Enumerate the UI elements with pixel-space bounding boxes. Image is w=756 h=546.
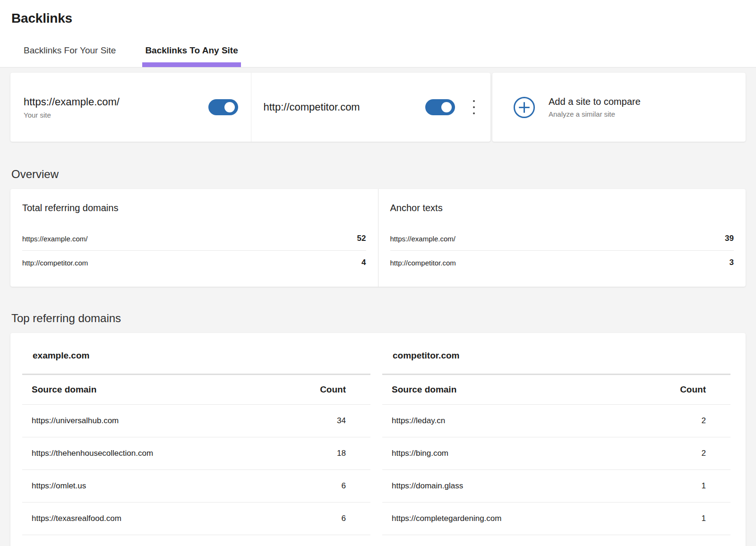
site-cards-group: https://example.com/ Your site http://co… — [10, 73, 490, 142]
sites-row: https://example.com/ Your site http://co… — [10, 73, 746, 142]
row-value: 3 — [730, 258, 734, 267]
panel-title: Total referring domains — [22, 202, 366, 213]
site-toggle[interactable] — [425, 99, 455, 115]
tab-label: Backlinks To Any Site — [145, 45, 238, 55]
site-card-competitor: http://competitor.com — [251, 73, 491, 142]
panel-anchor-texts: Anchor texts https://example.com/ 39 htt… — [378, 189, 746, 287]
source-domain: https://completegardening.com — [392, 514, 501, 523]
overview-row: http://competitor.com 4 — [22, 250, 366, 274]
overview-row: https://example.com/ 39 — [390, 227, 734, 250]
overview-card: Total referring domains https://example.… — [10, 189, 746, 287]
active-tab-underline — [142, 62, 241, 67]
table-row: https://completegardening.com 1 — [382, 503, 730, 535]
tab-bar: Backlinks For Your Site Backlinks To Any… — [11, 45, 756, 67]
source-domain: https://thehenhousecollection.com — [32, 449, 153, 458]
row-label: http://competitor.com — [390, 259, 456, 267]
row-value: 4 — [361, 258, 366, 267]
table-row: https://universalhub.com 34 — [22, 405, 370, 437]
count-value: 6 — [342, 514, 346, 523]
site-info: http://competitor.com — [264, 101, 426, 114]
table-title: example.com — [33, 350, 370, 361]
tab-label: Backlinks For Your Site — [24, 45, 116, 55]
table-example-com: example.com Source domain Count https://… — [22, 333, 370, 535]
overview-row: https://example.com/ 52 — [22, 227, 366, 250]
source-domain: https://universalhub.com — [32, 416, 119, 426]
row-label: https://example.com/ — [390, 235, 455, 243]
count-value: 2 — [702, 416, 706, 426]
column-count: Count — [680, 384, 706, 395]
overview-heading: Overview — [11, 167, 746, 181]
overview-row: http://competitor.com 3 — [390, 250, 734, 274]
site-card-your-site: https://example.com/ Your site — [10, 73, 251, 142]
add-site-text: Add a site to compare Analyze a similar … — [549, 96, 641, 119]
source-domain: https://texasrealfood.com — [32, 514, 121, 523]
count-value: 2 — [702, 449, 706, 458]
table-competitor-com: competitor.com Source domain Count https… — [382, 333, 730, 535]
count-value: 34 — [337, 416, 346, 426]
source-domain: https://bing.com — [392, 449, 448, 458]
tab-backlinks-to-any-site[interactable]: Backlinks To Any Site — [142, 45, 241, 67]
add-site-card[interactable]: Add a site to compare Analyze a similar … — [492, 73, 746, 142]
panel-title: Anchor texts — [390, 202, 734, 213]
table-header-row: Source domain Count — [382, 375, 730, 405]
page-header: Backlinks Backlinks For Your Site Backli… — [0, 0, 756, 68]
main-content: https://example.com/ Your site http://co… — [0, 68, 756, 546]
table-row: https://leday.cn 2 — [382, 405, 730, 437]
table-header-row: Source domain Count — [22, 375, 370, 405]
column-source-domain: Source domain — [392, 384, 456, 395]
site-url: https://example.com/ — [24, 95, 208, 109]
column-count: Count — [320, 384, 346, 395]
source-domain: https://leday.cn — [392, 416, 445, 426]
top-referring-card: example.com Source domain Count https://… — [10, 333, 746, 546]
site-url: http://competitor.com — [264, 101, 426, 114]
row-value: 39 — [725, 234, 734, 243]
count-value: 1 — [702, 481, 706, 491]
source-domain: https://omlet.us — [32, 481, 86, 491]
table-row: https://domain.glass 1 — [382, 470, 730, 503]
add-site-subtitle: Analyze a similar site — [549, 110, 641, 119]
table-row: https://omlet.us 6 — [22, 470, 370, 503]
row-label: https://example.com/ — [22, 235, 87, 243]
row-value: 52 — [357, 234, 366, 243]
site-toggle[interactable] — [208, 99, 238, 115]
toggle-knob — [441, 102, 452, 112]
tab-backlinks-for-your-site[interactable]: Backlinks For Your Site — [21, 45, 119, 67]
add-site-title: Add a site to compare — [549, 96, 641, 108]
table-row: https://texasrealfood.com 6 — [22, 503, 370, 535]
count-value: 18 — [337, 449, 346, 458]
more-options-icon[interactable] — [470, 98, 478, 116]
panel-total-referring-domains: Total referring domains https://example.… — [10, 189, 378, 287]
row-label: http://competitor.com — [22, 259, 88, 267]
add-circle-icon — [513, 96, 535, 119]
table-title: competitor.com — [393, 350, 730, 361]
table-row: https://bing.com 2 — [382, 437, 730, 470]
toggle-knob — [224, 102, 235, 112]
top-referring-heading: Top referring domains — [11, 311, 746, 325]
column-source-domain: Source domain — [32, 384, 96, 395]
site-info: https://example.com/ Your site — [24, 95, 208, 119]
count-value: 6 — [342, 481, 346, 491]
page-title: Backlinks — [11, 10, 756, 26]
table-row: https://thehenhousecollection.com 18 — [22, 437, 370, 470]
site-sublabel: Your site — [24, 111, 208, 119]
count-value: 1 — [702, 514, 706, 523]
source-domain: https://domain.glass — [392, 481, 463, 491]
